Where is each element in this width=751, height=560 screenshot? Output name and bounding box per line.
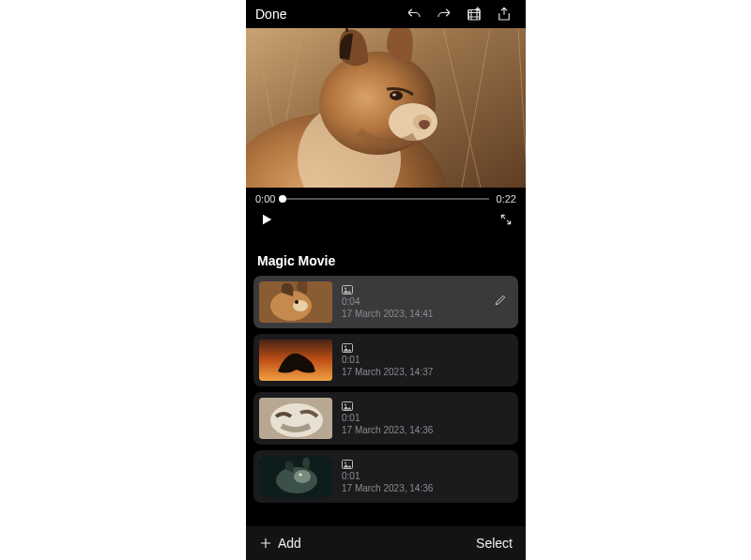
- filmstrip-plus-icon: [466, 6, 483, 23]
- select-button[interactable]: Select: [476, 536, 513, 551]
- pencil-icon: [494, 294, 507, 307]
- clip-thumbnail: [259, 456, 332, 497]
- image-icon: [342, 460, 353, 469]
- preview-image: [246, 28, 526, 188]
- clip-thumbnail: [259, 281, 332, 323]
- play-icon: [259, 212, 274, 227]
- clip-duration: 0:04: [342, 296, 433, 307]
- scrubber-track[interactable]: [283, 198, 488, 200]
- svg-point-22: [345, 346, 346, 348]
- duration: 0:22: [497, 193, 516, 204]
- current-time: 0:00: [255, 193, 275, 204]
- share-button[interactable]: [492, 2, 516, 26]
- add-button[interactable]: Add: [259, 536, 301, 551]
- svg-point-13: [392, 94, 396, 97]
- scrubber-thumb[interactable]: [279, 195, 286, 203]
- clip-thumbnail: [259, 398, 332, 439]
- image-icon: [342, 401, 353, 411]
- image-icon: [342, 343, 353, 353]
- edit-clip-button[interactable]: [494, 294, 507, 310]
- clip-date: 17 March 2023, 14:36: [342, 425, 433, 435]
- add-media-button[interactable]: [462, 2, 486, 26]
- clip-item[interactable]: 0:01 17 March 2023, 14:36: [253, 450, 518, 503]
- app-screen: Done: [246, 0, 526, 560]
- clip-thumbnail: [259, 340, 332, 381]
- play-button[interactable]: [259, 212, 274, 231]
- clip-date: 17 March 2023, 14:37: [342, 367, 433, 377]
- video-preview[interactable]: [246, 28, 526, 188]
- share-icon: [496, 6, 513, 23]
- clip-item[interactable]: 0:04 17 March 2023, 14:41: [253, 276, 518, 328]
- section-title: Magic Movie: [246, 244, 526, 276]
- plus-icon: [259, 537, 272, 550]
- clip-duration: 0:01: [342, 355, 433, 365]
- add-label: Add: [278, 536, 301, 551]
- bottom-bar: Add Select: [246, 526, 526, 560]
- fullscreen-button[interactable]: [499, 213, 513, 230]
- svg-point-12: [390, 91, 403, 100]
- clip-duration: 0:01: [342, 471, 433, 481]
- redo-button[interactable]: [432, 2, 456, 26]
- svg-rect-0: [468, 10, 480, 21]
- clip-date: 17 March 2023, 14:36: [342, 483, 433, 493]
- svg-point-29: [294, 470, 311, 483]
- undo-button[interactable]: [402, 2, 426, 26]
- clip-duration: 0:01: [342, 413, 433, 423]
- svg-point-30: [299, 473, 301, 476]
- svg-point-17: [295, 300, 299, 304]
- svg-point-32: [345, 462, 346, 464]
- expand-icon: [499, 213, 513, 226]
- clip-item[interactable]: 0:01 17 March 2023, 14:37: [253, 334, 518, 386]
- scrubber: 0:00 0:22: [246, 188, 526, 204]
- undo-icon: [406, 6, 422, 23]
- top-bar: Done: [246, 0, 526, 28]
- svg-point-19: [345, 288, 346, 290]
- done-button[interactable]: Done: [255, 7, 286, 22]
- redo-icon: [436, 6, 452, 23]
- player-controls: [246, 204, 526, 244]
- svg-point-26: [345, 404, 346, 406]
- clip-item[interactable]: 0:01 17 March 2023, 14:36: [253, 392, 518, 445]
- clip-date: 17 March 2023, 14:41: [342, 309, 433, 319]
- image-icon: [342, 285, 353, 295]
- clips-list: 0:04 17 March 2023, 14:41: [246, 276, 526, 526]
